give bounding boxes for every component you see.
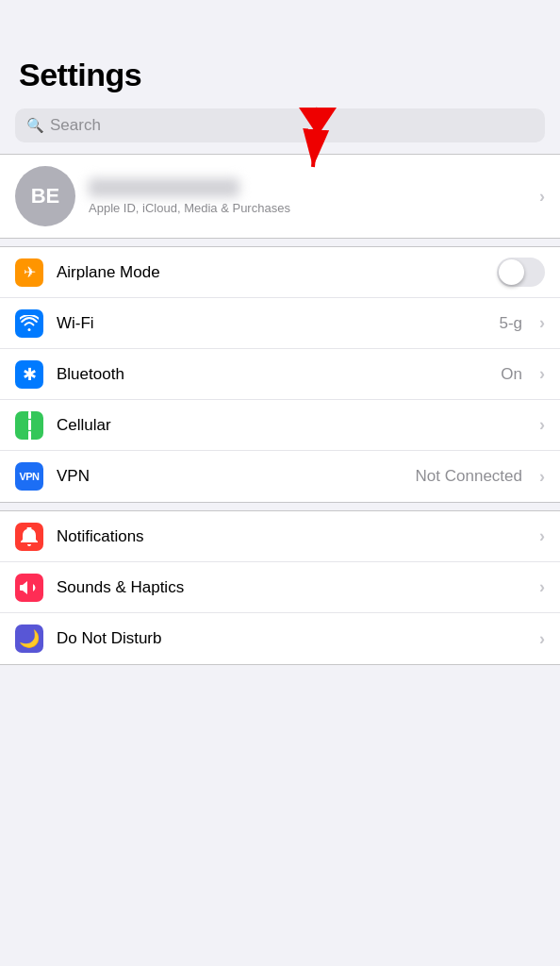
sounds-icon [15,574,43,602]
vpn-value: Not Connected [416,467,522,486]
settings-row-notifications[interactable]: Notifications › [0,511,560,562]
profile-chevron: › [539,187,545,207]
search-placeholder: Search [50,116,101,135]
avatar: BE [15,166,75,226]
cellular-label: Cellular [57,416,526,435]
airplane-mode-label: Airplane Mode [57,263,484,282]
do-not-disturb-icon: 🌙 [15,625,43,653]
notifications-section: Notifications › Sounds & Haptics › 🌙 Do … [0,510,560,665]
profile-row[interactable]: BE Apple ID, iCloud, Media & Purchases › [0,155,560,238]
notifications-chevron: › [539,526,545,546]
search-icon: 🔍 [26,117,44,134]
settings-row-cellular[interactable]: Cellular › [0,400,560,451]
vpn-chevron: › [539,467,545,487]
bluetooth-icon: ✱ [15,360,43,389]
settings-row-wifi[interactable]: Wi-Fi 5-g › [0,298,560,349]
settings-row-bluetooth[interactable]: ✱ Bluetooth On › [0,349,560,400]
bluetooth-label: Bluetooth [57,365,487,384]
profile-subtitle: Apple ID, iCloud, Media & Purchases [89,201,526,215]
wifi-label: Wi-Fi [57,314,486,333]
header: Settings [0,0,560,101]
settings-page: Settings 🔍 Search BE Appl [0,0,560,966]
sounds-label: Sounds & Haptics [57,578,526,597]
page-title: Settings [19,57,541,93]
notifications-label: Notifications [57,527,526,546]
bluetooth-value: On [501,365,522,384]
wifi-icon [15,309,43,338]
profile-name-blurred [89,178,239,197]
section-gap-2 [0,503,560,510]
connectivity-section: ✈ Airplane Mode Wi-Fi 5-g › [0,246,560,503]
sounds-chevron: › [539,577,545,597]
wifi-chevron: › [539,313,545,333]
do-not-disturb-chevron: › [539,629,545,649]
airplane-mode-icon: ✈ [15,258,43,287]
cellular-chevron: › [539,415,545,435]
profile-section: BE Apple ID, iCloud, Media & Purchases › [0,154,560,239]
settings-row-vpn[interactable]: VPN VPN Not Connected › [0,451,560,502]
wifi-value: 5-g [499,314,522,333]
section-gap-1 [0,239,560,246]
settings-row-airplane-mode[interactable]: ✈ Airplane Mode [0,247,560,298]
do-not-disturb-label: Do Not Disturb [57,629,526,648]
settings-row-do-not-disturb[interactable]: 🌙 Do Not Disturb › [0,613,560,664]
vpn-icon: VPN [15,462,43,491]
notifications-icon [15,523,43,551]
profile-info: Apple ID, iCloud, Media & Purchases [89,178,526,215]
cellular-icon [15,411,43,440]
vpn-label: VPN [57,467,403,486]
bluetooth-chevron: › [539,364,545,384]
settings-row-sounds[interactable]: Sounds & Haptics › [0,562,560,613]
search-bar[interactable]: 🔍 Search [15,108,545,142]
toggle-thumb [499,259,524,285]
airplane-mode-toggle[interactable] [497,258,545,287]
search-container: 🔍 Search [0,101,560,154]
